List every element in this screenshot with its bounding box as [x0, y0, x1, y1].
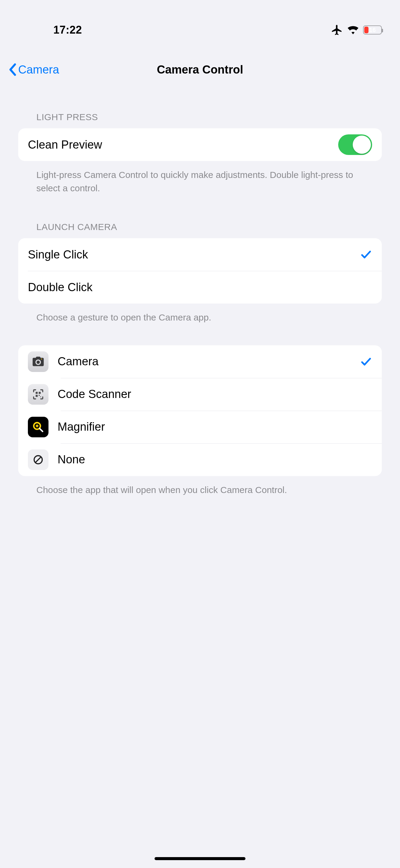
- checkmark-icon: [360, 355, 372, 368]
- chevron-left-icon: [9, 63, 17, 76]
- back-button[interactable]: Camera: [0, 63, 59, 76]
- app-option-label: Magnifier: [58, 421, 372, 433]
- section-header-light-press: Light Press: [18, 97, 382, 128]
- checkmark-icon: [360, 248, 372, 260]
- status-time: 17:22: [53, 24, 82, 36]
- status-icons: 16: [331, 24, 382, 36]
- clean-preview-row[interactable]: Clean Preview: [18, 128, 382, 161]
- clean-preview-toggle[interactable]: [338, 134, 372, 155]
- svg-rect-6: [40, 396, 41, 397]
- back-label: Camera: [18, 63, 59, 76]
- launch-camera-card: Single Click Double Click: [18, 238, 382, 304]
- launch-option-single-click[interactable]: Single Click: [18, 238, 382, 271]
- battery-percent: 16: [369, 27, 376, 34]
- svg-rect-4: [36, 395, 38, 397]
- nav-bar: Camera Camera Control: [0, 55, 400, 85]
- app-option-label: Camera: [58, 355, 360, 368]
- app-option-code-scanner[interactable]: Code Scanner: [18, 378, 382, 411]
- launch-option-label: Single Click: [28, 248, 360, 261]
- launch-camera-footer: Choose a gesture to open the Camera app.: [18, 304, 382, 324]
- app-option-none[interactable]: None: [18, 443, 382, 476]
- section-header-launch-camera: Launch Camera: [18, 195, 382, 238]
- app-option-magnifier[interactable]: Magnifier: [18, 411, 382, 443]
- status-bar: 17:22 16: [0, 0, 400, 49]
- camera-icon: [28, 351, 49, 372]
- light-press-footer: Light-press Camera Control to quickly ma…: [18, 161, 382, 195]
- airplane-mode-icon: [331, 24, 343, 36]
- app-option-label: None: [58, 453, 372, 466]
- svg-point-0: [37, 361, 40, 364]
- app-option-label: Code Scanner: [58, 388, 372, 401]
- svg-rect-2: [36, 392, 38, 394]
- launch-option-double-click[interactable]: Double Click: [18, 271, 382, 304]
- svg-rect-5: [39, 395, 40, 396]
- qr-code-icon: [28, 384, 49, 405]
- clean-preview-label: Clean Preview: [28, 138, 338, 151]
- page-title: Camera Control: [0, 63, 400, 76]
- home-indicator: [154, 857, 246, 860]
- apps-footer: Choose the app that will open when you c…: [18, 476, 382, 497]
- svg-point-1: [41, 358, 42, 359]
- svg-line-12: [35, 457, 41, 463]
- svg-line-8: [40, 428, 43, 431]
- battery-indicator: 16: [363, 25, 382, 34]
- none-icon: [28, 450, 49, 470]
- light-press-card: Clean Preview: [18, 128, 382, 161]
- apps-card: Camera Code Scanner Magnifier None: [18, 345, 382, 476]
- launch-option-label: Double Click: [28, 281, 372, 294]
- svg-rect-3: [39, 392, 41, 394]
- wifi-icon: [347, 25, 359, 34]
- app-option-camera[interactable]: Camera: [18, 345, 382, 378]
- magnifier-icon: [28, 417, 49, 437]
